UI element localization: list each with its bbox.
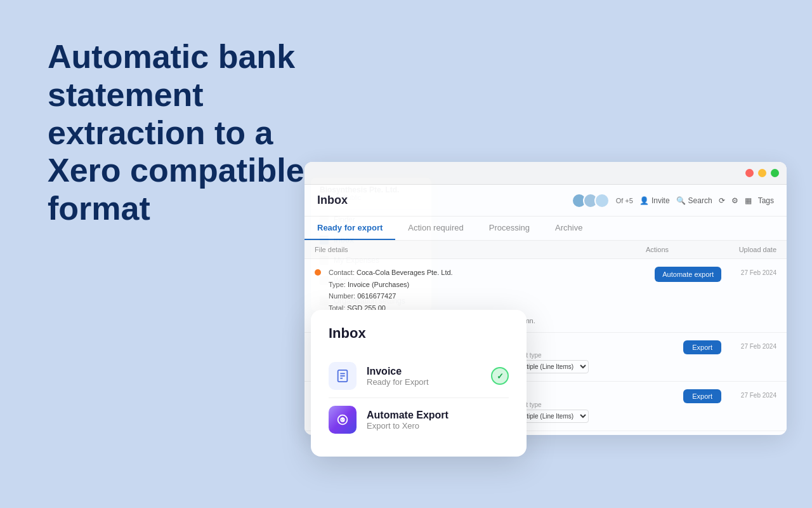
invite-label: Invite	[652, 196, 670, 205]
filter-button[interactable]: ⚙	[731, 196, 738, 205]
tab-action-label: Action required	[408, 223, 463, 232]
invoice-sub: Ready for Export	[367, 377, 481, 387]
col-actions-header: Actions	[555, 246, 669, 253]
grid-button[interactable]: ▦	[745, 196, 752, 205]
contact-name: Coca-Cola Beverages Pte. Ltd.	[357, 269, 453, 276]
tab-action-required[interactable]: Action required	[395, 217, 476, 240]
invoice-number: 0616677427	[357, 292, 396, 300]
automate-sub: Export to Xero	[367, 421, 509, 431]
row-detail: Contact: Coca-Cola Beverages Pte. Ltd. T…	[329, 267, 647, 314]
inbox-header: Inbox Of +5 👤 Invite 🔍 Search ⟳ ⚙ ▦ Tags	[304, 185, 787, 217]
search-icon: 🔍	[676, 196, 686, 205]
search-label: Search	[688, 196, 712, 205]
tags-label: Tags	[758, 196, 774, 205]
row-indicator	[315, 269, 321, 276]
invoice-text: Invoice Ready for Export	[367, 366, 481, 387]
table-header: File details Actions Upload date	[304, 241, 787, 259]
avatar-plus-count: Of +5	[616, 197, 633, 204]
tab-archive[interactable]: Archive	[542, 217, 595, 240]
upload-date: 27 Feb 2024	[729, 392, 776, 399]
inbox-tabs: Ready for export Action required Process…	[304, 217, 787, 241]
automate-icon-container	[329, 406, 357, 434]
invoice-badge: ✓	[491, 367, 509, 385]
invite-button[interactable]: 👤 Invite	[639, 196, 670, 205]
automate-name: Automate Export	[367, 410, 509, 421]
col-date-header: Upload date	[719, 246, 776, 253]
avatar-group	[572, 193, 610, 208]
upload-date: 27 Feb 2024	[729, 343, 776, 350]
col-file-header: File details	[315, 246, 542, 253]
tab-processing[interactable]: Processing	[476, 217, 542, 240]
automate-export-button[interactable]: Automate export	[655, 267, 721, 282]
refresh-button[interactable]: ⟳	[719, 196, 725, 205]
inbox-header-title: Inbox	[317, 194, 348, 207]
row-actions: Export	[683, 389, 721, 403]
automate-text: Automate Export Export to Xero	[367, 410, 509, 431]
close-dot	[745, 169, 754, 177]
export-icon	[336, 413, 350, 427]
person-icon: 👤	[639, 196, 649, 205]
avatar-3	[594, 193, 610, 208]
tab-ready-label: Ready for export	[317, 223, 383, 232]
inbox-header-right: Of +5 👤 Invite 🔍 Search ⟳ ⚙ ▦ Tags	[572, 193, 774, 208]
export-button[interactable]: Export	[683, 389, 721, 403]
row-actions: Export	[683, 340, 721, 354]
card-item-invoice: Invoice Ready for Export ✓	[329, 354, 509, 398]
search-button[interactable]: 🔍 Search	[676, 196, 712, 205]
card-inbox-title: Inbox	[329, 325, 509, 342]
tab-processing-label: Processing	[489, 223, 530, 232]
minimize-dot	[758, 169, 766, 177]
document-icon	[336, 369, 350, 383]
row-actions: Automate export	[655, 267, 721, 282]
card-item-automate[interactable]: Automate Export Export to Xero	[329, 398, 509, 441]
upload-date: 27 Feb 2024	[729, 269, 776, 276]
tab-archive-label: Archive	[555, 223, 582, 232]
export-button[interactable]: Export	[683, 340, 721, 354]
invoice-icon-container	[329, 362, 357, 390]
maximize-dot	[771, 169, 779, 177]
invoice-type: Invoice (Purchases)	[348, 281, 409, 288]
tags-button[interactable]: Tags	[758, 196, 774, 205]
svg-point-5	[341, 418, 344, 422]
bg-window-titlebar	[304, 162, 787, 185]
tab-ready-for-export[interactable]: Ready for export	[304, 217, 395, 240]
invoice-name: Invoice	[367, 366, 481, 377]
foreground-inbox-card: Inbox Invoice Ready for Export ✓	[311, 310, 527, 457]
check-icon: ✓	[497, 371, 504, 381]
